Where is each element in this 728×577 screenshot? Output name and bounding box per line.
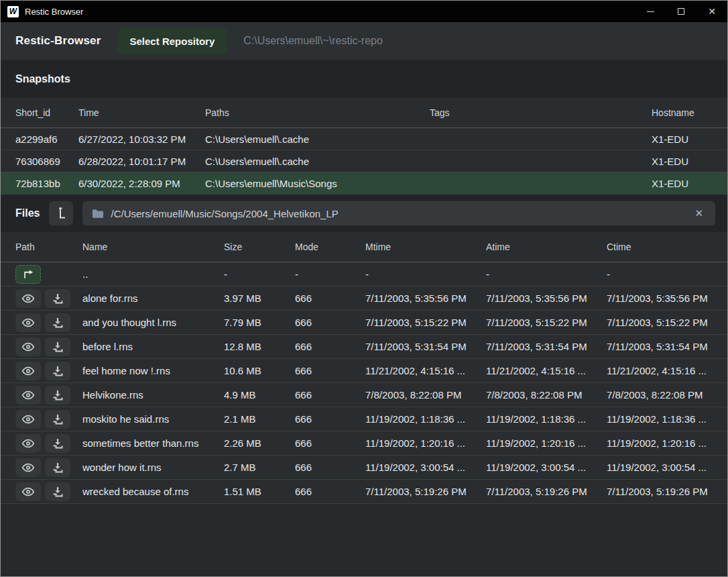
preview-file-button[interactable] xyxy=(15,458,41,477)
file-row[interactable]: feel home now !.rns10.6 MB66611/21/2002,… xyxy=(1,359,727,383)
preview-file-button[interactable] xyxy=(15,434,41,453)
restore-file-button[interactable] xyxy=(45,362,70,380)
files-path-input[interactable]: /C/Users/emuell/Music/Songs/2004_Helveti… xyxy=(111,208,685,219)
files-col-atime: Atime xyxy=(486,242,607,252)
go-parent-icon xyxy=(22,269,34,280)
snapshot-paths: C:\Users\emuell\.cache xyxy=(205,156,430,167)
eye-icon xyxy=(21,415,35,424)
app-logo-icon: W xyxy=(7,6,19,17)
file-ctime: - xyxy=(607,268,727,280)
file-name: sometimes better than.rns xyxy=(82,437,224,449)
file-name: alone for.rns xyxy=(82,293,224,304)
snapshot-time: 6/28/2022, 10:01:17 PM xyxy=(78,156,205,167)
files-col-size: Size xyxy=(224,242,295,252)
file-atime: 11/21/2002, 4:15:16 ... xyxy=(486,365,607,376)
file-mtime: 7/11/2003, 5:19:26 PM xyxy=(365,486,486,497)
snapshot-paths: C:\Users\emuell\.cache xyxy=(205,134,430,145)
restore-file-button[interactable] xyxy=(45,458,70,477)
preview-file-button[interactable] xyxy=(15,289,41,308)
file-row[interactable]: and you thought l.rns7.79 MB6667/11/2003… xyxy=(1,311,727,335)
file-name: and you thought l.rns xyxy=(82,317,224,328)
file-row-actions xyxy=(15,337,82,356)
file-row-actions xyxy=(15,458,82,477)
titlebar-left: W Restic Browser xyxy=(1,6,83,17)
file-name: feel home now !.rns xyxy=(82,365,224,376)
snapshots-title: Snapshots xyxy=(15,73,70,85)
maximize-button[interactable] xyxy=(666,1,696,22)
files-path-bar[interactable]: /C/Users/emuell/Music/Songs/2004_Helveti… xyxy=(82,201,715,225)
file-row[interactable]: sometimes better than.rns2.26 MB66611/19… xyxy=(1,431,727,456)
file-row[interactable]: moskito he said.rns2.1 MB66611/19/2002, … xyxy=(1,407,727,431)
files-col-mode: Mode xyxy=(295,242,365,252)
file-mtime: 7/8/2003, 8:22:08 PM xyxy=(365,389,486,401)
file-row[interactable]: alone for.rns3.97 MB6667/11/2003, 5:35:5… xyxy=(1,286,727,311)
restore-file-button[interactable] xyxy=(45,313,70,332)
restore-file-button[interactable] xyxy=(45,289,70,308)
snapshots-col-hostname: Hostname xyxy=(652,107,727,118)
clear-path-button[interactable]: ✕ xyxy=(692,206,706,221)
path-level-button[interactable] xyxy=(49,201,73,225)
file-atime: 7/11/2003, 5:31:54 PM xyxy=(486,341,607,352)
file-name: wonder how it.rns xyxy=(82,462,224,473)
minimize-button[interactable] xyxy=(635,1,666,22)
snapshots-table-header: Short_id Time Paths Tags Hostname xyxy=(1,98,727,128)
preview-file-button[interactable] xyxy=(15,386,41,405)
file-name: Helvikone.rns xyxy=(82,389,224,401)
preview-file-button[interactable] xyxy=(15,410,41,429)
snapshot-row[interactable]: 763068696/28/2022, 10:01:17 PMC:\Users\e… xyxy=(1,150,727,172)
restore-file-button[interactable] xyxy=(45,386,70,405)
file-size: 1.51 MB xyxy=(224,486,295,497)
maximize-icon xyxy=(678,8,684,15)
restore-file-button[interactable] xyxy=(45,337,70,356)
file-atime: 7/11/2003, 5:15:22 PM xyxy=(486,317,607,328)
select-repository-button[interactable]: Select Repository xyxy=(117,28,228,54)
go-parent-button[interactable] xyxy=(15,265,41,284)
snapshot-time: 6/30/2022, 2:28:09 PM xyxy=(78,178,205,189)
file-row[interactable]: wonder how it.rns2.7 MB66611/19/2002, 3:… xyxy=(1,456,727,480)
file-atime: 11/19/2002, 1:20:16 ... xyxy=(486,437,607,449)
close-button[interactable]: ✕ xyxy=(696,1,727,22)
eye-icon xyxy=(21,439,35,448)
preview-file-button[interactable] xyxy=(15,313,41,332)
download-icon xyxy=(52,317,63,328)
file-size: 2.26 MB xyxy=(224,437,295,449)
snapshot-row[interactable]: 72b813bb6/30/2022, 2:28:09 PMC:\Users\em… xyxy=(1,172,727,195)
preview-file-button[interactable] xyxy=(15,482,41,501)
file-row[interactable]: wrecked because of.rns1.51 MB6667/11/200… xyxy=(1,480,727,504)
file-size: 3.97 MB xyxy=(224,293,295,304)
file-size: 2.7 MB xyxy=(224,462,295,473)
file-mode: - xyxy=(295,268,365,280)
file-name: before l.rns xyxy=(82,341,224,352)
preview-file-button[interactable] xyxy=(15,362,41,380)
snapshots-section-header: Snapshots xyxy=(1,60,727,98)
file-ctime: 11/19/2002, 3:00:54 ... xyxy=(607,462,727,473)
download-icon xyxy=(52,438,63,449)
content-empty-area xyxy=(1,504,727,576)
file-size: 7.79 MB xyxy=(224,317,295,328)
snapshot-row[interactable]: a2299af66/27/2022, 10:03:32 PMC:\Users\e… xyxy=(1,128,727,150)
window-title: Restic Browser xyxy=(25,7,83,17)
files-col-mtime: Mtime xyxy=(365,242,486,252)
file-row[interactable]: before l.rns12.8 MB6667/11/2003, 5:31:54… xyxy=(1,335,727,359)
download-icon xyxy=(52,462,63,473)
snapshot-short-id: a2299af6 xyxy=(15,134,78,145)
file-row[interactable]: Helvikone.rns4.9 MB6667/8/2003, 8:22:08 … xyxy=(1,383,727,407)
file-row-actions xyxy=(15,289,82,308)
download-icon xyxy=(52,293,63,304)
file-mode: 666 xyxy=(295,486,365,497)
restore-file-button[interactable] xyxy=(45,434,70,453)
download-icon xyxy=(52,414,63,425)
file-mtime: 7/11/2003, 5:31:54 PM xyxy=(365,341,486,352)
restore-file-button[interactable] xyxy=(45,410,70,429)
file-mtime: 11/21/2002, 4:15:16 ... xyxy=(365,365,486,376)
file-row-actions xyxy=(15,434,82,453)
file-size: - xyxy=(224,268,295,280)
parent-dir-row[interactable]: ..----- xyxy=(1,262,727,286)
restore-file-button[interactable] xyxy=(45,482,70,501)
file-mtime: 11/19/2002, 3:00:54 ... xyxy=(365,462,486,473)
file-mode: 666 xyxy=(295,413,365,425)
preview-file-button[interactable] xyxy=(15,337,41,356)
file-mtime: 11/19/2002, 1:18:36 ... xyxy=(365,413,486,425)
file-mtime: - xyxy=(365,268,486,280)
file-mode: 666 xyxy=(295,462,365,473)
